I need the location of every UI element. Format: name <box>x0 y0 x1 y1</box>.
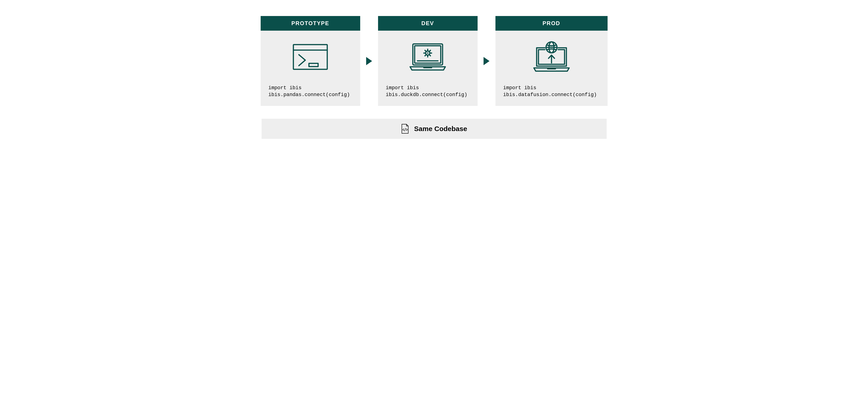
svg-line-16 <box>425 55 426 56</box>
svg-line-17 <box>430 55 430 56</box>
terminal-icon <box>292 40 329 74</box>
stage-card-prod: PROD <box>495 16 608 106</box>
stage-card-dev: DEV <box>378 16 477 106</box>
svg-line-15 <box>430 50 430 51</box>
arrow-icon <box>477 16 495 106</box>
laptop-gear-icon <box>406 40 450 74</box>
svg-line-14 <box>425 50 426 51</box>
svg-point-9 <box>427 52 428 54</box>
svg-rect-2 <box>309 63 318 67</box>
svg-rect-4 <box>413 44 442 65</box>
svg-marker-3 <box>366 57 372 65</box>
stage-card-prototype: PROTOTYPE import ibis ibis.pandas.connec… <box>261 16 360 106</box>
code-file-icon <box>401 124 409 134</box>
svg-line-24 <box>405 128 405 131</box>
stage-code: import ibis ibis.duckdb.connect(config) <box>383 85 467 98</box>
laptop-globe-icon <box>530 40 573 74</box>
stage-title: PROD <box>495 16 608 31</box>
stage-body: import ibis ibis.pandas.connect(config) <box>261 31 360 106</box>
stage-title: DEV <box>378 16 477 31</box>
stage-code: import ibis ibis.pandas.connect(config) <box>265 85 350 98</box>
svg-marker-18 <box>484 57 490 65</box>
stage-code: import ibis ibis.datafusion.connect(conf… <box>500 85 597 98</box>
stage-body: import ibis ibis.datafusion.connect(conf… <box>495 31 608 106</box>
arrow-icon <box>360 16 378 106</box>
stage-body: import ibis ibis.duckdb.connect(config) <box>378 31 477 106</box>
footer-label: Same Codebase <box>414 125 467 133</box>
stage-title: PROTOTYPE <box>261 16 360 31</box>
stages-row: PROTOTYPE import ibis ibis.pandas.connec… <box>7 16 861 106</box>
footer-bar: Same Codebase <box>261 119 607 139</box>
